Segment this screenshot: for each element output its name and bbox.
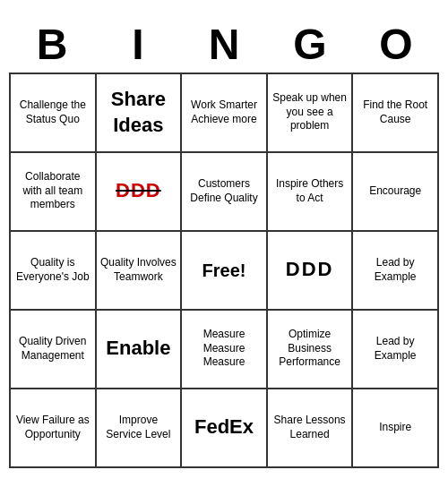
bingo-cell-9: Encourage — [353, 153, 439, 232]
letter-i: I — [99, 20, 177, 69]
letter-o: O — [357, 20, 435, 69]
bingo-cell-10: Quality is Everyone's Job — [11, 232, 97, 311]
bingo-cell-8: Inspire Others to Act — [268, 153, 354, 232]
bingo-title: B I N G O — [9, 20, 439, 69]
bingo-cell-20: View Failure as Opportunity — [11, 389, 97, 468]
bingo-cell-0: Challenge the Status Quo — [11, 74, 97, 153]
bingo-cell-19: Lead by Example — [353, 311, 439, 389]
bingo-cell-3: Speak up when you see a problem — [268, 74, 354, 153]
letter-b: B — [13, 20, 91, 69]
bingo-cell-17: Measure Measure Measure — [182, 311, 268, 389]
letter-n: N — [185, 20, 263, 69]
bingo-cell-14: Lead by Example — [353, 232, 439, 311]
bingo-cell-22: FedEx — [182, 389, 268, 468]
letter-g: G — [271, 20, 349, 69]
bingo-grid: Challenge the Status QuoShare IdeasWork … — [9, 73, 439, 468]
bingo-cell-5: Collaborate with all team members — [11, 153, 97, 232]
bingo-card: B I N G O Challenge the Status QuoShare … — [9, 20, 439, 468]
bingo-cell-4: Find the Root Cause — [353, 74, 439, 153]
bingo-cell-6: DDD — [97, 153, 183, 232]
bingo-cell-11: Quality Involves Teamwork — [97, 232, 183, 311]
bingo-cell-21: Improve Service Level — [97, 389, 183, 468]
ddd-logo-icon: DDD — [116, 178, 161, 204]
bingo-cell-2: Work Smarter Achieve more — [182, 74, 268, 153]
bingo-cell-16: Enable — [97, 311, 183, 389]
bingo-cell-15: Quality Driven Management — [11, 311, 97, 389]
bingo-cell-7: Customers Define Quality — [182, 153, 268, 232]
bingo-cell-1: Share Ideas — [97, 74, 183, 153]
bingo-cell-18: Optimize Business Performance — [268, 311, 354, 389]
bingo-cell-13: DDD — [268, 232, 354, 311]
bingo-cell-24: Inspire — [353, 389, 439, 468]
bingo-cell-23: Share Lessons Learned — [268, 389, 354, 468]
bingo-cell-12: Free! — [182, 232, 268, 311]
